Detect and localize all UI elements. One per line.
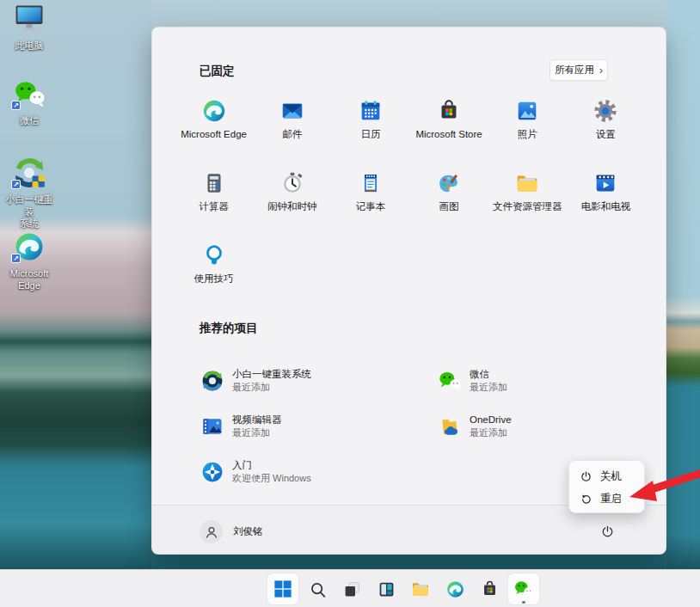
user-name: 刘俊铭 <box>233 525 263 538</box>
taskbar-file-explorer-button[interactable] <box>405 573 436 604</box>
pinned-app-photos[interactable]: 照片 <box>488 91 567 163</box>
notepad-icon <box>358 170 384 196</box>
desktop-icon-label: Microsoft Edge <box>10 267 49 291</box>
get-started-icon <box>200 460 224 484</box>
pinned-app-settings[interactable]: 设置 <box>567 91 645 163</box>
recommended-subtitle-text: 最近添加 <box>232 426 282 438</box>
desktop-icon-wechat[interactable]: ↗ 微信 <box>3 77 55 126</box>
desktop-icon-label: 微信 <box>20 114 39 126</box>
pinned-app-edge[interactable]: Microsoft Edge <box>175 91 253 163</box>
taskbar-wechat-button[interactable] <box>508 573 539 604</box>
taskbar-edge-button[interactable] <box>439 573 470 604</box>
shutdown-label: 关机 <box>600 469 622 484</box>
recommended-title-text: 入门 <box>232 459 311 472</box>
this-pc-icon <box>13 3 46 35</box>
recommended-title-text: 视频编辑器 <box>232 414 282 426</box>
recommended-subtitle-text: 最近添加 <box>232 381 311 393</box>
taskbar-task-view-button[interactable] <box>336 573 367 604</box>
search-icon <box>309 580 327 598</box>
recommended-item-get-started[interactable]: 入门 欢迎使用 Windows <box>200 449 438 494</box>
pinned-app-label: 电影和电视 <box>581 201 631 212</box>
recommended-title-text: 微信 <box>470 368 507 381</box>
recommended-subtitle-text: 最近添加 <box>470 426 512 438</box>
taskbar-search-button[interactable] <box>302 573 333 604</box>
pinned-app-tips[interactable]: 使用技巧 <box>175 236 253 308</box>
taskbar-icons <box>267 573 539 604</box>
alarm-clock-icon <box>279 170 305 196</box>
windows-start-icon <box>273 579 292 598</box>
mail-icon <box>279 98 305 124</box>
taskbar <box>0 569 700 607</box>
pinned-app-label: 闹钟和时钟 <box>267 201 317 212</box>
desktop-screen: 此电脑 ↗ 微信 <box>0 0 700 607</box>
taskbar-widgets-app-button[interactable] <box>371 573 402 604</box>
wechat-icon <box>438 369 462 393</box>
pinned-app-label: 邮件 <box>282 129 302 140</box>
pinned-app-label: 记事本 <box>356 201 386 212</box>
recommended-item-wechat[interactable]: 微信 最近添加 <box>438 358 675 403</box>
paint-icon <box>436 170 462 196</box>
wechat-icon <box>513 579 534 598</box>
xiaobai-reinstall-icon: ↗ <box>13 156 46 189</box>
pinned-app-file-explorer[interactable]: 文件资源管理器 <box>488 163 567 236</box>
shortcut-arrow-icon: ↗ <box>11 180 21 189</box>
pinned-app-label: Microsoft Edge <box>181 129 247 140</box>
pinned-app-label: 日历 <box>360 129 380 140</box>
restart-menu-item[interactable]: 重启 <box>569 487 644 510</box>
onedrive-icon <box>438 414 462 438</box>
pinned-app-label: 计算器 <box>199 201 229 212</box>
pinned-app-paint[interactable]: 画图 <box>409 163 488 236</box>
recommended-item-onedrive[interactable]: OneDrive 最近添加 <box>438 403 675 449</box>
file-explorer-icon <box>514 170 540 196</box>
pinned-app-alarms[interactable]: 闹钟和时钟 <box>253 163 331 236</box>
edge-icon: ↗ <box>13 230 46 263</box>
pinned-app-mail[interactable]: 邮件 <box>253 91 331 163</box>
all-apps-label: 所有应用 <box>555 64 594 77</box>
chevron-right-icon: › <box>599 64 603 77</box>
pinned-app-store[interactable]: Microsoft Store <box>409 91 488 163</box>
pinned-app-label: 使用技巧 <box>194 273 234 285</box>
desktop-icon-label: 小白一键重装 系统 <box>3 193 55 230</box>
wechat-icon: ↗ <box>13 77 46 110</box>
shortcut-arrow-icon: ↗ <box>11 254 21 263</box>
file-explorer-icon <box>410 579 431 599</box>
recommended-item-video-editor[interactable]: 视频编辑器 最近添加 <box>200 403 438 449</box>
app-window-icon <box>378 580 396 598</box>
edge-icon <box>201 98 227 124</box>
desktop-icon-this-pc[interactable]: 此电脑 <box>3 3 55 52</box>
photos-icon <box>514 98 540 124</box>
pinned-app-label: 画图 <box>439 201 459 212</box>
edge-icon <box>445 579 465 599</box>
recommended-title-text: 小白一键重装系统 <box>232 368 311 381</box>
user-profile-button[interactable]: 刘俊铭 <box>193 518 270 546</box>
shutdown-menu-item[interactable]: 关机 <box>569 465 644 487</box>
pinned-section-title: 已固定 <box>200 64 235 79</box>
person-icon <box>204 524 219 540</box>
store-icon <box>436 98 462 124</box>
pinned-app-label: Microsoft Store <box>415 129 482 140</box>
pinned-app-label: 文件资源管理器 <box>493 201 562 212</box>
store-icon <box>480 579 500 599</box>
pinned-app-notepad[interactable]: 记事本 <box>331 163 409 236</box>
power-icon <box>580 470 593 483</box>
desktop-icon-edge[interactable]: ↗ Microsoft Edge <box>3 230 55 291</box>
recommended-item-xiaobai[interactable]: 小白一键重装系统 最近添加 <box>200 358 438 403</box>
taskbar-store-button[interactable] <box>474 573 505 604</box>
pinned-app-movies-tv[interactable]: 电影和电视 <box>567 163 645 236</box>
recommended-subtitle-text: 最近添加 <box>470 381 507 393</box>
pinned-apps-grid: Microsoft Edge 邮件 <box>175 91 645 308</box>
taskbar-start-button[interactable] <box>267 573 298 604</box>
power-icon <box>600 524 615 539</box>
pinned-app-calculator[interactable]: 计算器 <box>175 163 253 236</box>
recommended-grid: 小白一键重装系统 最近添加 微信 最近 <box>200 358 630 494</box>
power-button[interactable] <box>593 519 621 543</box>
xiaobai-reinstall-icon <box>200 369 224 393</box>
recommended-title-text: OneDrive <box>470 414 512 426</box>
pinned-app-label: 设置 <box>596 129 616 140</box>
pinned-app-calendar[interactable]: 日历 <box>331 91 409 163</box>
all-apps-button[interactable]: 所有应用 › <box>550 59 608 81</box>
video-editor-icon <box>200 414 224 438</box>
power-flyout-menu: 关机 重启 <box>568 460 645 513</box>
task-view-icon <box>343 580 361 598</box>
desktop-icon-xiaobai[interactable]: ↗ 小白一键重装 系统 <box>3 156 55 230</box>
